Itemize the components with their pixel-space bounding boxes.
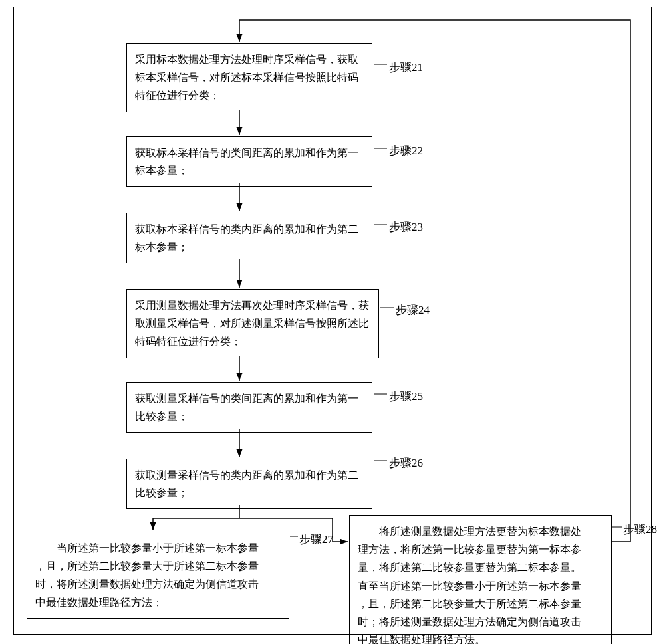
step-28-box: 将所述测量数据处理方法更替为标本数据处 理方法，将所述第一比较参量更替为第一标本… bbox=[349, 515, 612, 644]
step-27-l2: ，且，所述第二比较参量大于所述第二标本参量 bbox=[35, 557, 281, 575]
step-26-box: 获取测量采样信号的类内距离的累加和作为第二比较参量； bbox=[126, 459, 372, 509]
step-23-text: 获取标本采样信号的类内距离的累加和作为第二标本参量； bbox=[135, 220, 364, 256]
step-28-l7: 中最佳数据处理路径方法。 bbox=[358, 631, 603, 644]
step-25-label: 步骤25 bbox=[389, 389, 423, 404]
step-27-l1: 当所述第一比较参量小于所述第一标本参量 bbox=[35, 539, 281, 557]
step-21-box: 采用标本数据处理方法处理时序采样信号，获取标本采样信号，对所述标本采样信号按照比… bbox=[126, 43, 372, 112]
step-25-box: 获取测量采样信号的类间距离的累加和作为第一比较参量； bbox=[126, 382, 372, 433]
step-26-text: 获取测量采样信号的类内距离的累加和作为第二比较参量； bbox=[135, 466, 364, 502]
step-26-label: 步骤26 bbox=[389, 455, 423, 471]
step-28-l6: 时；将所述测量数据处理方法确定为侧信道攻击 bbox=[358, 613, 603, 631]
step-24-text: 采用测量数据处理方法再次处理时序采样信号，获取测量采样信号，对所述测量采样信号按… bbox=[135, 296, 370, 351]
step-27-l4: 中最佳数据处理路径方法； bbox=[35, 593, 281, 611]
step-28-l1: 将所述测量数据处理方法更替为标本数据处 bbox=[358, 522, 603, 540]
step-24-box: 采用测量数据处理方法再次处理时序采样信号，获取测量采样信号，对所述测量采样信号按… bbox=[126, 289, 379, 358]
step-24-label: 步骤24 bbox=[396, 302, 430, 318]
step-28-l3: 量，将所述第二比较参量更替为第二标本参量。 bbox=[358, 558, 603, 576]
step-28-l4: 直至当所述第一比较参量小于所述第一标本参量 bbox=[358, 577, 603, 595]
step-22-text: 获取标本采样信号的类间距离的累加和作为第一标本参量； bbox=[135, 144, 364, 179]
step-22-label: 步骤22 bbox=[389, 143, 423, 158]
step-28-label: 步骤28 bbox=[623, 522, 657, 537]
step-23-label: 步骤23 bbox=[389, 219, 423, 235]
step-21-label: 步骤21 bbox=[389, 60, 423, 75]
step-21-text: 采用标本数据处理方法处理时序采样信号，获取标本采样信号，对所述标本采样信号按照比… bbox=[135, 51, 364, 105]
step-25-text: 获取测量采样信号的类间距离的累加和作为第一比较参量； bbox=[135, 389, 364, 425]
step-28-l2: 理方法，将所述第一比较参量更替为第一标本参 bbox=[358, 540, 603, 558]
step-27-l3: 时，将所述测量数据处理方法确定为侧信道攻击 bbox=[35, 575, 281, 593]
step-28-l5: ，且，所述第二比较参量大于所述第二标本参量 bbox=[358, 595, 603, 613]
step-27-box: 当所述第一比较参量小于所述第一标本参量 ，且，所述第二比较参量大于所述第二标本参… bbox=[27, 532, 289, 619]
step-23-box: 获取标本采样信号的类内距离的累加和作为第二标本参量； bbox=[126, 213, 372, 263]
step-22-box: 获取标本采样信号的类间距离的累加和作为第一标本参量； bbox=[126, 136, 372, 187]
step-27-label: 步骤27 bbox=[299, 532, 333, 547]
